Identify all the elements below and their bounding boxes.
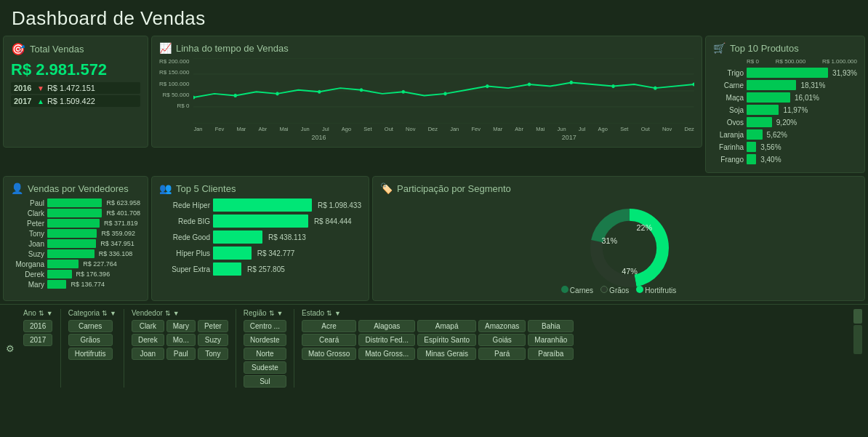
top10-bar-row: Laranja 5,62% [713,129,857,140]
page-title: Dashboard de Vendas [0,0,868,36]
filter-chip[interactable]: Maranhão [528,334,574,346]
x-axis-label: Nov [662,126,672,132]
year-row: 2016 ▼ R$ 1.472.151 [11,82,140,94]
filter-chip[interactable]: Suzy [198,334,228,346]
filter-chip[interactable]: Minas Gerais [417,348,476,360]
vend-value: R$ 136.774 [71,281,105,288]
svg-point-15 [612,84,615,88]
filter-chip[interactable]: Peter [198,320,228,332]
vend-value: R$ 623.958 [106,199,140,207]
filter-chip[interactable]: Centro ... [244,320,286,332]
down-arrow: ▼ [37,84,44,92]
filter-group-região: Região ⇅ ▼Centro ...NordesteNorteSudeste… [244,309,286,388]
vend-value: R$ 401.708 [106,209,140,217]
filter-separator [60,309,61,388]
vend-value: R$ 227.764 [83,260,117,268]
sort-icon[interactable]: ⇅ [269,310,275,317]
top5-clientes-card: 👥 Top 5 Clientes Rede Híper R$ 1.098.433… [151,176,369,301]
filter-chip[interactable]: Amazonas [478,320,526,332]
sort-icon[interactable]: ⇅ [165,310,171,317]
vendas-vendedores-title: 👤 Vendas por Vendedores [11,183,140,194]
x-axis-label: Jan [450,126,459,132]
filter-chip[interactable]: Mato Gross... [358,348,415,360]
filter-chip[interactable]: Paraíba [528,348,574,360]
top10-bar [747,129,763,140]
svg-point-5 [193,95,195,99]
top10-product-name: Farinha [713,143,744,151]
filter-chip[interactable]: 2017 [23,334,52,346]
filter-icon[interactable]: ▼ [47,310,53,317]
filter-group-vendedor: Vendedor ⇅ ▼ClarkDerekJoanMaryMo...PaulP… [132,309,228,360]
filter-chip[interactable]: Mato Grosso [302,348,356,360]
filter-chip[interactable]: Joan [132,348,164,360]
filter-chip[interactable]: Norte [244,348,286,360]
top10-pct: 18,31% [800,81,825,89]
filter-chip[interactable]: Pará [478,348,526,360]
filter-chip[interactable]: Clark [132,320,164,332]
filter-chips-row: CarnesGrãosHortifrutis [68,320,116,360]
filter-chip[interactable]: Hortifrutis [68,348,113,360]
vendas-bar-row: Paul R$ 623.958 [11,199,140,207]
filter-chip[interactable]: Acre [302,320,356,332]
filter-chip[interactable]: Derek [132,334,164,346]
filter-chip[interactable]: Amapá [417,320,476,332]
participacao-card: 🏷️ Participação por Segmento 22% 31% 47% [372,176,865,301]
top10-product-name: Soja [713,106,744,114]
top10-card: 🛒 Top 10 Produtos R$ 0R$ 500.000R$ 1.000… [705,36,865,173]
top10-product-name: Frango [713,156,744,164]
sort-icon[interactable]: ⇅ [102,310,108,317]
filter-chip[interactable]: Grãos [68,334,113,346]
filter-chip[interactable]: Mo... [166,334,196,346]
filter-icon[interactable]: ▼ [173,310,180,317]
top10-product-name: Ovos [713,119,744,127]
sort-icon[interactable]: ⇅ [39,310,44,317]
filter-chip[interactable]: Tony [198,348,228,360]
filter-chip[interactable]: Nordeste [244,334,286,346]
filter-chip[interactable]: Carnes [68,320,113,332]
participacao-title: 🏷️ Participação por Segmento [380,183,857,194]
filter-separator [124,309,124,388]
person-icon: 👤 [11,183,23,194]
scrollbar[interactable] [853,309,862,354]
filter-chip[interactable]: Mary [166,320,196,332]
top10-bar-row: Trigo 31,93% [713,68,857,78]
x-axis-label: Jun [301,126,310,132]
vend-name: Mary [11,281,44,289]
y-axis-label: R$ 100.000 [159,81,189,87]
x-axis-label: Jul [579,126,586,132]
timeline-card: 📈 Linha do tempo de Vendas R$ 200.000R$ … [151,36,702,148]
x-axis-label: Mar [236,126,246,132]
filter-chip[interactable]: Ceará [302,334,356,346]
y-axis-label: R$ 150.000 [159,69,189,76]
filter-chips-row: 20162017 [23,320,53,346]
filter-chip[interactable]: 2016 [23,320,52,332]
x-axis-label: Out [385,126,393,132]
filter-chip[interactable]: Bahia [528,320,574,332]
cliente-bar [213,246,252,260]
filter-icon[interactable]: ▼ [334,310,341,317]
vend-value: R$ 347.951 [100,240,134,247]
filter-chip[interactable]: Paul [166,348,196,360]
vend-bar [47,249,95,258]
filter-chip[interactable]: Espírito Santo [417,334,476,346]
svg-point-16 [654,87,656,90]
filter-chip[interactable]: Sul [244,375,286,388]
donut-svg: 22% 31% 47% [571,204,688,292]
donut-chart: 22% 31% 47% [571,204,666,277]
cliente-value: R$ 1.098.433 [318,201,361,209]
vend-value: R$ 371.819 [104,220,138,227]
sort-icon[interactable]: ⇅ [326,310,332,317]
filter-chip[interactable]: Goiás [478,334,526,346]
filter-icon[interactable]: ▼ [277,310,284,317]
total-vendas-card: 🎯 Total Vendas R$ 2.981.572 2016 ▼ R$ 1.… [3,36,148,148]
gear-icon[interactable]: ⚙ [6,343,15,354]
vend-bar [47,209,102,217]
filter-icon[interactable]: ▼ [110,310,116,317]
top10-pct: 31,93% [832,69,857,77]
filter-chip[interactable]: Distrito Fed... [358,334,415,346]
vendas-bar-row: Clark R$ 401.708 [11,209,140,217]
filter-chip[interactable]: Sudeste [244,361,286,374]
filter-chip[interactable]: Alagoas [358,320,415,332]
x-axis-label: Mar [493,126,502,132]
year-row: 2017 ▲ R$ 1.509.422 [11,95,140,107]
